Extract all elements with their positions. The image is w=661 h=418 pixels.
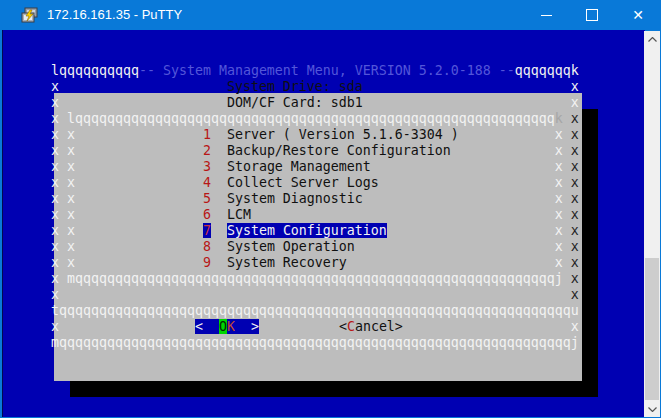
text-run: x	[555, 191, 563, 206]
title-bar[interactable]: 172.16.161.35 - PuTTY ✕	[0, 0, 661, 30]
scroll-down-arrow[interactable]	[644, 401, 660, 417]
terminal-row: tqqqqqqqqqqqqqqqqqqqqqqqqqqqqqqqqqqqqqqq…	[3, 303, 579, 319]
text-run	[75, 255, 203, 270]
ok-button[interactable]: <	[195, 319, 219, 334]
minimize-button[interactable]	[523, 0, 569, 30]
text-run: lqqqqqqqqqq	[3, 63, 139, 78]
text-run	[387, 223, 555, 238]
text-run: x x	[3, 223, 75, 238]
text-run	[75, 239, 203, 254]
menu-item-6[interactable]: LCM	[211, 207, 555, 222]
maximize-icon	[586, 9, 598, 21]
terminal-row: x x 3 Storage Management x x	[3, 159, 579, 175]
terminal-row: x x 2 Backup/Restore Configuration x x	[3, 143, 579, 159]
text-run: 6	[203, 207, 211, 222]
scrollbar-thumb[interactable]	[645, 258, 659, 400]
text-run	[75, 159, 203, 174]
menu-item-2[interactable]: Backup/Restore Configuration	[211, 143, 555, 158]
menu-item-3[interactable]: Storage Management	[211, 159, 555, 174]
text-run	[403, 319, 571, 334]
text-run	[563, 239, 571, 254]
text-run: x	[363, 79, 579, 94]
text-run: k	[555, 111, 563, 126]
text-run: x mqqqqqqqqqqqqqqqqqqqqqqqqqqqqqqqqqqqqq…	[3, 271, 563, 286]
cancel-hotkey[interactable]: C	[347, 319, 355, 334]
text-run: x	[555, 159, 563, 174]
text-run: tqqqqqqqqqqqqqqqqqqqqqqqqqqqqqqqqqqqqqqq…	[3, 303, 579, 318]
text-run: x x	[3, 255, 75, 270]
terminal-row: x x 5 System Diagnostic x x	[3, 191, 579, 207]
text-run	[75, 207, 203, 222]
text-run: x	[571, 223, 579, 238]
text-run: x	[3, 319, 59, 334]
text-run	[75, 191, 203, 206]
putty-window: 172.16.161.35 - PuTTY ✕ lqqqqqqqqqq-- Sy…	[0, 0, 661, 418]
menu-item-7-selected[interactable]: System Configuration	[227, 223, 387, 238]
text-run	[75, 127, 203, 142]
text-run	[563, 191, 571, 206]
scroll-up-arrow[interactable]	[644, 31, 660, 47]
menu-item-5[interactable]: System Diagnostic	[211, 191, 555, 206]
text-run: x	[3, 95, 59, 110]
text-run	[563, 223, 571, 238]
menu-item-1[interactable]: Server ( Version 5.1.6-3304 )	[211, 127, 555, 142]
text-run: x lqqqqqqqqqqqqqqqqqqqqqqqqqqqqqqqqqqqqq…	[3, 111, 555, 126]
cancel-button-open[interactable]: <	[339, 319, 347, 334]
text-run	[59, 319, 195, 334]
system-drive-text: System Drive: sda	[59, 79, 363, 94]
terminal-row: x < OK > <Cancel> x	[3, 319, 579, 335]
terminal-row: lqqqqqqqqqq-- System Management Menu, VE…	[3, 63, 579, 79]
text-run: 4	[203, 175, 211, 190]
ok-button-close[interactable]: >	[235, 319, 259, 334]
text-run: x	[571, 191, 579, 206]
text-run	[211, 223, 227, 238]
text-run: x x	[3, 159, 75, 174]
close-button[interactable]: ✕	[615, 0, 661, 30]
text-run: x	[571, 159, 579, 174]
text-run	[75, 175, 203, 190]
terminal-text-grid: lqqqqqqqqqq-- System Management Menu, VE…	[3, 31, 643, 415]
text-run	[259, 319, 339, 334]
text-run: x	[571, 127, 579, 142]
terminal-row: x DOM/CF Card: sdb1 x	[3, 95, 579, 111]
terminal-row: x x	[3, 287, 579, 303]
text-run: x	[555, 255, 563, 270]
text-run	[563, 143, 571, 158]
text-run	[75, 143, 203, 158]
text-run: x	[571, 111, 579, 126]
terminal-row: x mqqqqqqqqqqqqqqqqqqqqqqqqqqqqqqqqqqqqq…	[3, 271, 579, 287]
text-run: x	[571, 207, 579, 222]
text-run: x	[3, 287, 59, 302]
text-run	[59, 287, 571, 302]
terminal-row: x x 9 System Recovery x x	[3, 255, 579, 271]
terminal-row: x lqqqqqqqqqqqqqqqqqqqqqqqqqqqqqqqqqqqqq…	[3, 111, 579, 127]
text-run: x	[571, 239, 579, 254]
cancel-button[interactable]: ancel>	[355, 319, 403, 334]
scrollbar[interactable]	[644, 31, 660, 417]
text-run	[563, 175, 571, 190]
text-run: x x	[3, 191, 75, 206]
close-icon: ✕	[632, 8, 644, 22]
text-run: x	[571, 319, 579, 334]
text-run: x x	[3, 127, 75, 142]
cursor-block[interactable]: O	[219, 319, 227, 334]
terminal-row: x System Drive: sda x	[3, 79, 579, 95]
text-run: x	[571, 287, 579, 302]
text-run	[75, 223, 203, 238]
menu-item-9[interactable]: System Recovery	[211, 255, 555, 270]
text-run: 5	[203, 191, 211, 206]
selected-item-number: 7	[203, 223, 211, 238]
text-run: x	[555, 239, 563, 254]
text-run: x	[555, 127, 563, 142]
maximize-button[interactable]	[569, 0, 615, 30]
terminal-row: x x 6 LCM x x	[3, 207, 579, 223]
menu-item-8[interactable]: System Operation	[211, 239, 555, 254]
menu-item-4[interactable]: Collect Server Logs	[211, 175, 555, 190]
text-run: x	[571, 255, 579, 270]
text-run: 2	[203, 143, 211, 158]
terminal-row: x x 1 Server ( Version 5.1.6-3304 ) x x	[3, 127, 579, 143]
ok-button-k[interactable]: K	[227, 319, 235, 334]
text-run: 1	[203, 127, 211, 142]
text-run: x x	[3, 143, 75, 158]
text-run: mqqqqqqqqqqqqqqqqqqqqqqqqqqqqqqqqqqqqqqq…	[3, 335, 579, 350]
